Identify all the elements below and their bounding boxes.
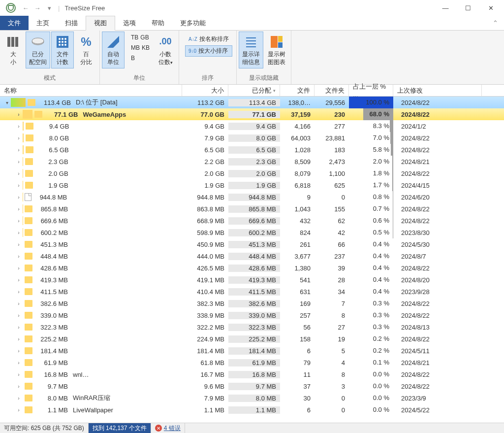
unit-auto-button[interactable]: 自动 单位	[102, 32, 125, 68]
tab-file[interactable]: 文件	[0, 16, 29, 30]
tree-row[interactable]: ›1.9 GB1.9 GB1.9 GB6,8186251.7 %2024/4/1…	[0, 179, 504, 191]
expand-toggle[interactable]: ›	[15, 407, 23, 413]
expand-toggle[interactable]: ›	[15, 230, 23, 235]
expand-toggle[interactable]: ›	[15, 396, 23, 401]
tree-row[interactable]: ›411.5 MB410.4 MB411.5 MB631340.4 %2023/…	[0, 286, 504, 298]
tab-more[interactable]: 更多功能	[172, 16, 214, 30]
show-treemap-button[interactable]: 显示树 图图表	[264, 32, 289, 68]
details-icon	[243, 34, 259, 50]
expand-toggle[interactable]: ›	[15, 254, 23, 259]
expand-toggle[interactable]: ›	[15, 336, 23, 342]
expand-toggle[interactable]: ›	[15, 242, 23, 247]
show-details-button[interactable]: 显示详 细信息	[239, 32, 263, 68]
expand-toggle[interactable]: ›	[15, 218, 23, 224]
back-button[interactable]: ←	[20, 2, 32, 14]
ribbon-group-label: 单位	[102, 74, 177, 83]
tree-row[interactable]: ›339.0 MB338.9 MB339.0 MB25780.3 %2024/8…	[0, 309, 504, 321]
expand-toggle[interactable]: ›	[15, 171, 23, 176]
tab-help[interactable]: 帮助	[144, 16, 172, 30]
col-modified[interactable]: 上次修改	[393, 85, 482, 96]
mode-allocated-button[interactable]: 已分 配空间	[26, 32, 50, 68]
tab-view[interactable]: 视图	[86, 16, 115, 31]
col-folders[interactable]: 文件夹	[315, 85, 349, 96]
tree-row[interactable]: ›2.3 GB2.2 GB2.3 GB8,5092,4732.0 %2024/8…	[0, 156, 504, 167]
tree-row[interactable]: ›322.3 MB322.2 MB322.3 MB56270.3 %2024/8…	[0, 321, 504, 333]
expand-toggle[interactable]: ›	[15, 372, 23, 377]
expand-toggle[interactable]: ›	[15, 124, 23, 129]
folder-icon	[25, 371, 32, 378]
expand-toggle[interactable]: ›	[15, 195, 23, 200]
tree-row[interactable]: ›600.2 MB598.9 MB600.2 MB824420.5 %2023/…	[0, 227, 504, 238]
expand-toggle[interactable]: ›	[15, 183, 23, 188]
col-files[interactable]: 文件	[280, 85, 315, 96]
minimize-button[interactable]: —	[434, 0, 457, 16]
col-size[interactable]: 大小	[182, 85, 228, 96]
tab-scan[interactable]: 扫描	[57, 16, 86, 30]
tree-row[interactable]: ›6.5 GB6.5 GB6.5 GB1,0281835.8 %2024/8/2…	[0, 144, 504, 156]
expand-toggle[interactable]: ›	[15, 135, 23, 141]
tab-options[interactable]: 选项	[115, 16, 144, 30]
expand-toggle[interactable]: ›	[15, 206, 23, 212]
sort-by-size-button[interactable]: 9↓0按大小排序	[185, 45, 232, 57]
tree-row[interactable]: ›419.3 MB419.1 MB419.3 MB541280.4 %2024/…	[0, 274, 504, 286]
tree-row[interactable]: ›9.7 MB9.6 MB9.7 MB3730.0 %2024/8/22	[0, 380, 504, 392]
forward-button[interactable]: →	[32, 2, 43, 14]
expand-toggle[interactable]: ›	[15, 147, 23, 153]
expand-toggle[interactable]: ›	[15, 313, 23, 318]
tree-row[interactable]: ›8.0 MBWinRAR压缩7.9 MB8.0 MB3000.0 %2023/…	[0, 392, 504, 404]
tree-row[interactable]: ›382.6 MB382.3 MB382.6 MB16970.3 %2024/8…	[0, 298, 504, 309]
unit-b-button[interactable]: B	[127, 53, 153, 63]
tree-grid[interactable]: ▾113.4 GBD:\ 位于 [Data]113.2 GB113.4 GB13…	[0, 97, 504, 423]
mode-size-button[interactable]: 大 小	[2, 32, 25, 68]
expand-toggle[interactable]: ›	[15, 159, 23, 165]
expand-toggle[interactable]: ›	[15, 301, 23, 306]
tree-row[interactable]: ›448.4 MB444.0 MB448.4 MB3,6772370.4 %20…	[0, 250, 504, 262]
collapse-ribbon-button[interactable]: ⌃	[487, 16, 504, 30]
expand-toggle[interactable]: ›	[15, 384, 23, 389]
tree-row[interactable]: ›16.8 MBwnl…16.7 MB16.8 MB1180.0 %2024/8…	[0, 368, 504, 380]
col-allocated[interactable]: 已分配	[228, 85, 280, 96]
col-name[interactable]: 名称	[0, 85, 182, 96]
tree-row[interactable]: ›9.4 GB9.4 GB9.4 GB4,1662778.3 %2024/1/2	[0, 120, 504, 132]
expand-toggle[interactable]: ›	[15, 112, 23, 117]
expand-toggle[interactable]: ▾	[3, 100, 11, 105]
tree-row[interactable]: ›865.8 MB863.8 MB865.8 MB1,0431550.7 %20…	[0, 203, 504, 215]
close-button[interactable]: ✕	[479, 0, 502, 16]
unit-mb-button[interactable]: MB KB	[127, 43, 153, 53]
expand-toggle[interactable]: ›	[15, 348, 23, 354]
errors-link[interactable]: 4 错误	[164, 424, 181, 433]
col-percent[interactable]: 占上一层 % ...	[349, 85, 393, 96]
decimal-button[interactable]: .00小数 位数▾	[154, 32, 177, 68]
tree-row[interactable]: ›225.2 MB224.9 MB225.2 MB158190.2 %2024/…	[0, 333, 504, 345]
tree-row[interactable]: ›451.3 MB450.9 MB451.3 MB261660.4 %2024/…	[0, 238, 504, 250]
tree-row[interactable]: ▾113.4 GBD:\ 位于 [Data]113.2 GB113.4 GB13…	[0, 97, 504, 108]
tab-home[interactable]: 主页	[29, 16, 57, 30]
dropdown-history-button[interactable]: ▾	[43, 2, 55, 14]
status-errors[interactable]: ✕4 错误	[151, 423, 185, 433]
tree-row[interactable]: ›8.0 GB7.9 GB8.0 GB64,00323,8817.0 %2024…	[0, 132, 504, 144]
tree-row[interactable]: ›669.6 MB668.9 MB669.6 MB432620.6 %2024/…	[0, 215, 504, 227]
tree-row[interactable]: ›428.6 MB426.5 MB428.6 MB1,380390.4 %202…	[0, 262, 504, 274]
expand-toggle[interactable]: ›	[15, 266, 23, 271]
expand-toggle[interactable]: ›	[15, 277, 23, 283]
ribbon-group-label: 显示或隐藏	[239, 74, 289, 83]
expand-toggle[interactable]: ›	[15, 325, 23, 330]
folder-icon	[25, 395, 32, 401]
maximize-button[interactable]: ☐	[457, 0, 479, 16]
tree-row[interactable]: ›944.8 MB944.8 MB944.8 MB900.8 %2024/6/2…	[0, 191, 504, 203]
expand-toggle[interactable]: ›	[15, 289, 23, 295]
tree-row[interactable]: ›181.4 MB181.4 MB181.4 MB650.2 %2024/5/1…	[0, 345, 504, 357]
ribbon: 大 小 已分 配空间 文件 计数 %百 分比 模式 自动 单位 TB GB MB…	[0, 31, 504, 85]
tree-row[interactable]: ›77.1 GBWeGameApps77.0 GB77.1 GB37,15923…	[0, 108, 504, 120]
tree-row[interactable]: ›2.0 GB2.0 GB2.0 GB8,0791,1001.8 %2024/8…	[0, 167, 504, 179]
tree-row[interactable]: ›1.1 MBLiveWallpaper1.1 MB1.1 MB600.0 %2…	[0, 404, 504, 416]
tree-row[interactable]: ›61.9 MB61.8 MB61.9 MB7940.1 %2024/8/21	[0, 357, 504, 368]
expand-toggle[interactable]: ›	[15, 360, 23, 366]
sort-by-name-button[interactable]: A↓Z按名称排序	[185, 33, 232, 45]
unit-tb-button[interactable]: TB GB	[127, 33, 153, 42]
percent-text: 0.5 %	[373, 227, 389, 238]
percent-bar	[391, 144, 393, 156]
mode-percent-button[interactable]: %百 分比	[75, 32, 97, 68]
ribbon-group-label: 排序	[181, 74, 234, 83]
mode-filecount-button[interactable]: 文件 计数	[51, 32, 74, 68]
